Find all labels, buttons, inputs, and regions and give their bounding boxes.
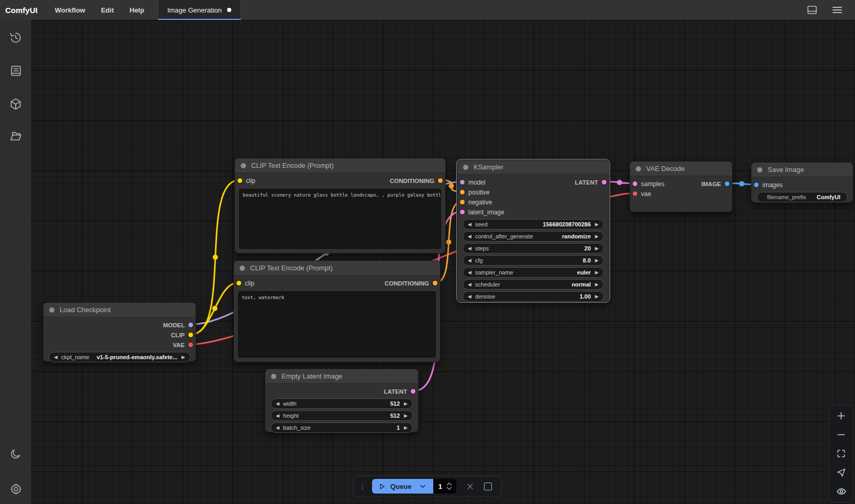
tab-image-generation[interactable]: Image Generation [158, 0, 241, 20]
node-save-image[interactable]: Save Imageimagesfilename_prefixComfyUI [751, 162, 853, 203]
input-positive-port[interactable]: positive [460, 187, 490, 197]
node-load-checkpoint[interactable]: Load CheckpointMODELCLIPVAE◀ckpt_namev1-… [43, 302, 196, 362]
increment-arrow-icon[interactable]: ▶ [595, 258, 599, 263]
workflow-history-icon[interactable] [0, 27, 31, 48]
input-clip-port[interactable]: clip [238, 176, 255, 186]
queue-log-icon[interactable] [0, 60, 31, 81]
port-dot-icon[interactable] [460, 210, 465, 214]
queue-button[interactable]: Queue [372, 479, 433, 494]
decrement-arrow-icon[interactable]: ◀ [276, 402, 279, 406]
node-header[interactable]: Save Image [751, 163, 853, 177]
input-images-port[interactable]: images [754, 180, 783, 190]
increment-arrow-icon[interactable]: ▶ [404, 414, 408, 418]
stop-square-icon[interactable] [484, 483, 492, 490]
prompt-textarea[interactable]: text, watermark [238, 291, 436, 358]
decrement-arrow-icon[interactable]: ◀ [468, 222, 471, 227]
prompt-textarea[interactable]: beautiful scenery nature glass bottle la… [239, 189, 441, 249]
port-dot-icon[interactable] [754, 182, 759, 187]
model-library-icon[interactable] [0, 94, 31, 114]
decrement-arrow-icon[interactable]: ◀ [276, 426, 279, 430]
increment-arrow-icon[interactable]: ▶ [595, 234, 599, 239]
input-latent_image-port[interactable]: latent_image [460, 207, 504, 217]
menu-workflow[interactable]: Workflow [47, 0, 93, 20]
decrement-arrow-icon[interactable]: ◀ [468, 294, 471, 299]
scheduler-widget[interactable]: ◀schedulernormal▶ [463, 279, 604, 290]
port-dot-icon[interactable] [460, 200, 465, 204]
port-dot-icon[interactable] [460, 180, 465, 185]
port-dot-icon[interactable] [633, 181, 637, 186]
pan-arrow-icon[interactable] [836, 467, 846, 477]
output-model-port[interactable]: MODEL [163, 320, 193, 330]
link-midpoint-dot[interactable] [449, 184, 454, 189]
output-conditioning-port[interactable]: CONDITIONING [385, 278, 437, 288]
node-header[interactable]: Empty Latent Image [265, 369, 418, 384]
increment-arrow-icon[interactable]: ▶ [595, 294, 599, 299]
port-dot-icon[interactable] [188, 342, 193, 347]
output-latent-port[interactable]: LATENT [575, 177, 606, 187]
chevron-down-icon[interactable] [419, 483, 426, 490]
output-image-port[interactable]: IMAGE [701, 179, 729, 189]
port-dot-icon[interactable] [725, 181, 729, 186]
node-ksampler[interactable]: KSamplermodelpositivenegativelatent_imag… [457, 159, 610, 302]
port-dot-icon[interactable] [433, 281, 437, 285]
port-dot-icon[interactable] [238, 178, 242, 183]
decrement-arrow-icon[interactable]: ◀ [468, 258, 471, 263]
node-clip-text-encode-negative[interactable]: CLIP Text Encode (Prompt)clipCONDITIONIN… [233, 260, 441, 362]
port-dot-icon[interactable] [633, 191, 637, 196]
clear-x-icon[interactable] [466, 483, 474, 490]
drag-handle[interactable]: ⋮ [359, 483, 366, 490]
toggle-link-visibility-icon[interactable] [836, 486, 847, 497]
fit-view-icon[interactable] [836, 449, 846, 459]
decrement-arrow-icon[interactable]: ◀ [54, 355, 58, 360]
control_after_generate-widget[interactable]: ◀control_after_generaterandomize▶ [463, 231, 604, 242]
port-dot-icon[interactable] [188, 323, 193, 327]
link-midpoint-dot[interactable] [212, 306, 218, 311]
output-latent-port[interactable]: LATENT [384, 386, 415, 396]
link-midpoint-dot[interactable] [446, 239, 452, 245]
menu-icon[interactable] [832, 6, 842, 14]
input-clip-port[interactable]: clip [237, 278, 254, 288]
seed-widget[interactable]: ◀seed156680208700286▶ [463, 219, 604, 230]
batch-count-input[interactable]: 1 [433, 479, 456, 494]
menu-help[interactable]: Help [122, 0, 152, 20]
node-empty-latent-image[interactable]: Empty Latent ImageLATENT◀width512▶◀heigh… [265, 369, 419, 432]
ckpt_name-widget[interactable]: ◀ckpt_namev1-5-pruned-emaonly.safete...▶ [49, 352, 190, 362]
link-midpoint-dot[interactable] [213, 255, 218, 260]
decrement-arrow-icon[interactable]: ◀ [468, 246, 471, 251]
increment-arrow-icon[interactable]: ▶ [595, 270, 599, 275]
panel-toggle-icon[interactable] [807, 5, 817, 15]
filename_prefix-widget[interactable]: filename_prefixComfyUI [757, 192, 848, 202]
port-dot-icon[interactable] [237, 281, 241, 285]
port-dot-icon[interactable] [411, 389, 415, 394]
input-model-port[interactable]: model [460, 177, 486, 187]
denoise-widget[interactable]: ◀denoise1.00▶ [463, 291, 604, 302]
link-midpoint-dot[interactable] [617, 180, 622, 185]
input-samples-port[interactable]: samples [633, 179, 665, 189]
link-midpoint-dot[interactable] [739, 181, 745, 187]
node-header[interactable]: CLIP Text Encode (Prompt) [235, 158, 445, 173]
node-header[interactable]: KSampler [457, 160, 609, 175]
cfg-widget[interactable]: ◀cfg8.0▶ [463, 255, 604, 266]
node-clip-text-encode-positive[interactable]: CLIP Text Encode (Prompt)clipCONDITIONIN… [234, 158, 446, 254]
decrement-arrow-icon[interactable]: ◀ [468, 234, 471, 239]
port-dot-icon[interactable] [438, 178, 443, 183]
increment-arrow-icon[interactable]: ▶ [595, 246, 599, 251]
increment-arrow-icon[interactable]: ▶ [404, 402, 408, 406]
zoom-in-icon[interactable] [836, 411, 846, 421]
increment-arrow-icon[interactable]: ▶ [595, 222, 599, 227]
stepper-up-icon[interactable] [446, 482, 452, 486]
stepper-down-icon[interactable] [446, 487, 452, 490]
node-header[interactable]: Load Checkpoint [43, 303, 196, 317]
theme-moon-icon[interactable] [0, 443, 31, 464]
increment-arrow-icon[interactable]: ▶ [182, 355, 185, 360]
output-clip-port[interactable]: CLIP [171, 330, 193, 340]
steps-widget[interactable]: ◀steps20▶ [463, 243, 604, 254]
port-dot-icon[interactable] [602, 180, 606, 185]
node-header[interactable]: VAE Decode [630, 162, 732, 176]
zoom-out-icon[interactable] [836, 430, 846, 440]
increment-arrow-icon[interactable]: ▶ [404, 426, 408, 430]
input-negative-port[interactable]: negative [460, 197, 492, 207]
node-header[interactable]: CLIP Text Encode (Prompt) [234, 261, 440, 276]
port-dot-icon[interactable] [460, 190, 465, 194]
increment-arrow-icon[interactable]: ▶ [595, 282, 599, 287]
